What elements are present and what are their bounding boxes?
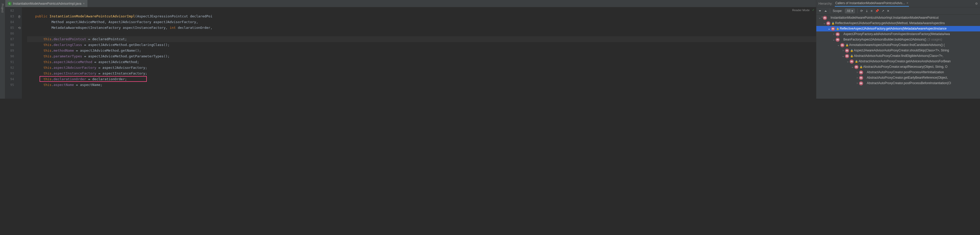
tree-row[interactable]: ›m🔒AspectJAwareAdvisorAutoProxyCreator.s… bbox=[816, 48, 980, 53]
lock-icon: 🔒 bbox=[845, 42, 848, 48]
chevron-down-icon[interactable]: ⌄ bbox=[851, 64, 854, 69]
gear-icon[interactable]: ⚙ bbox=[975, 2, 978, 5]
tree-row[interactable]: ⌄m🔒ReflectiveAspectJAdvisorFactory.getAd… bbox=[816, 26, 980, 32]
editor-body: 8283848586878889909192939495 @⟲ public I… bbox=[5, 7, 816, 99]
subtypes-icon[interactable]: ⏶ bbox=[824, 9, 827, 13]
line-number[interactable]: 93 bbox=[5, 71, 14, 76]
chevron-down-icon[interactable]: ⌄ bbox=[822, 21, 826, 26]
hierarchy-tree[interactable]: ⌄* mInstantiationModelAwarePointcutAdvis… bbox=[816, 14, 980, 99]
rail-project-label[interactable]: Project bbox=[1, 4, 4, 13]
left-tool-rail[interactable]: Project bbox=[0, 0, 5, 99]
code-line[interactable]: this.aspectInstanceFactory = aspectInsta… bbox=[27, 71, 816, 76]
code-line[interactable]: this.declarationOrder = declarationOrder… bbox=[27, 76, 816, 82]
chevron-down-icon[interactable]: ⌄ bbox=[832, 37, 835, 42]
tree-row[interactable]: ›mAbstractAutoProxyCreator.postProcessBe… bbox=[816, 80, 980, 86]
tree-row[interactable]: ⌄mBeanFactoryAspectJAdvisorsBuilder.buil… bbox=[816, 37, 980, 42]
lock-icon: 🔒 bbox=[836, 26, 839, 32]
tree-row[interactable]: ›mAbstractAutoProxyCreator.getEarlyBeanR… bbox=[816, 75, 980, 80]
code-line[interactable]: this.aspectJAdvisorFactory = aspectJAdvi… bbox=[27, 65, 816, 71]
file-tab[interactable]: C InstantiationModelAwarePointcutAdvisor… bbox=[5, 0, 88, 7]
gutter-blank bbox=[17, 48, 22, 54]
gutter-blank bbox=[17, 59, 22, 65]
line-number[interactable]: 89 bbox=[5, 48, 14, 54]
lock-icon: 🔒 bbox=[850, 48, 853, 53]
chevron-right-icon[interactable]: › bbox=[855, 69, 859, 75]
chevron-right-icon[interactable]: › bbox=[855, 75, 859, 80]
tree-item-label: ReflectiveAspectJAdvisorFactory.getAdvis… bbox=[835, 21, 945, 26]
line-number[interactable]: 92 bbox=[5, 65, 14, 71]
line-number[interactable]: 95 bbox=[5, 82, 14, 88]
chevron-right-icon[interactable]: › bbox=[855, 80, 859, 86]
editor-pane: C InstantiationModelAwarePointcutAdvisor… bbox=[5, 0, 816, 99]
close-icon[interactable]: × bbox=[907, 1, 908, 5]
expand-all-icon[interactable]: ≡ bbox=[871, 9, 873, 13]
line-number-gutter[interactable]: 8283848586878889909192939495 bbox=[5, 7, 17, 99]
line-number[interactable]: 88 bbox=[5, 42, 14, 48]
code-line[interactable]: this.declaringClass = aspectJAdviceMetho… bbox=[27, 42, 816, 48]
gutter-blank bbox=[17, 71, 22, 76]
code-line[interactable] bbox=[27, 31, 816, 36]
code-line[interactable]: this.declaredPointcut = declaredPointcut… bbox=[27, 36, 816, 42]
chevron-down-icon[interactable]: ⌄ bbox=[837, 42, 840, 48]
line-number[interactable]: 87 bbox=[5, 36, 14, 42]
tree-row[interactable]: ⌄m🔒AbstractAutoProxyCreator.wrapIfNecess… bbox=[816, 64, 980, 69]
method-icon: m bbox=[859, 70, 863, 74]
chevron-down-icon[interactable]: ⌄ bbox=[818, 15, 821, 21]
scope-dropdown[interactable]: All ▾ bbox=[845, 9, 854, 13]
line-number[interactable]: 85 bbox=[5, 25, 14, 31]
hierarchy-tab[interactable]: Callers of InstantiationModelAwarePointc… bbox=[835, 0, 909, 7]
code-area[interactable]: public InstantiationModelAwarePointcutAd… bbox=[22, 7, 816, 99]
gutter-blank bbox=[17, 42, 22, 48]
chevron-right-icon[interactable]: › bbox=[841, 48, 845, 53]
method-icon: m bbox=[835, 32, 840, 36]
export-icon[interactable]: ↗ bbox=[881, 9, 884, 13]
close-icon[interactable]: × bbox=[83, 2, 85, 5]
gutter-blank bbox=[17, 82, 22, 88]
tree-row[interactable]: ⌄m🔒AnnotationAwareAspectJAutoProxyCreato… bbox=[816, 42, 980, 48]
code-line[interactable]: this.aspectName = aspectName; bbox=[27, 82, 816, 88]
tree-item-label: BeanFactoryAspectJAdvisorsBuilder.buildA… bbox=[843, 37, 926, 42]
tree-row[interactable]: ⌄m🔒AbstractAdvisorAutoProxyCreator.findE… bbox=[816, 53, 980, 59]
refresh-icon[interactable]: ⟳ bbox=[860, 9, 863, 13]
hierarchy-title: Hierarchy: bbox=[818, 2, 833, 5]
code-line[interactable]: this.methodName = aspectJAdviceMethod.ge… bbox=[27, 48, 816, 54]
line-number[interactable]: 94 bbox=[5, 76, 14, 82]
recursive-icon[interactable]: ⟲ bbox=[17, 25, 22, 31]
line-number[interactable]: 86 bbox=[5, 31, 14, 36]
code-line[interactable]: MetadataAwareAspectInstanceFactory aspec… bbox=[27, 25, 816, 31]
method-icon: m bbox=[850, 60, 854, 64]
tree-item-label: AbstractAutoProxyCreator.postProcessAfte… bbox=[867, 69, 944, 75]
class-hierarchy-icon[interactable]: ⏷ bbox=[818, 9, 821, 13]
chevron-down-icon[interactable]: ⌄ bbox=[827, 26, 831, 32]
line-number[interactable]: 82 bbox=[5, 8, 14, 14]
tree-row[interactable]: ⌄* mInstantiationModelAwarePointcutAdvis… bbox=[816, 15, 980, 21]
line-number[interactable]: 84 bbox=[5, 19, 14, 25]
method-icon: m bbox=[845, 49, 849, 53]
line-number[interactable]: 83 bbox=[5, 14, 14, 19]
chevron-down-icon[interactable]: ⌄ bbox=[841, 53, 845, 59]
override-icon[interactable]: @ bbox=[17, 14, 22, 19]
code-line[interactable]: this.parameterTypes = aspectJAdviceMetho… bbox=[27, 54, 816, 59]
tree-item-label: AspectJAwareAdvisorAutoProxyCreator.shou… bbox=[854, 48, 949, 53]
scope-label: Scope: bbox=[833, 9, 842, 13]
method-icon: m bbox=[859, 76, 863, 80]
code-line[interactable]: this.aspectJAdviceMethod = aspectJAdvice… bbox=[27, 59, 816, 65]
gutter-icons[interactable]: @⟲ bbox=[17, 7, 22, 99]
pin-icon[interactable]: 📌 bbox=[875, 9, 879, 13]
tree-item-label: AbstractAdvisorAutoProxyCreator.findElig… bbox=[854, 53, 943, 59]
tree-row[interactable]: ›mAspectJProxyFactory.addAdvisorsFromAsp… bbox=[816, 32, 980, 37]
tree-row[interactable]: ⌄m🔒ReflectiveAspectJAdvisorFactory.getAd… bbox=[816, 21, 980, 26]
chevron-right-icon[interactable]: › bbox=[832, 32, 835, 37]
code-line[interactable] bbox=[27, 8, 816, 14]
hierarchy-header: Hierarchy: Callers of InstantiationModel… bbox=[816, 0, 980, 7]
line-number[interactable]: 90 bbox=[5, 54, 14, 59]
autoscroll-icon[interactable]: ⤓ bbox=[865, 9, 868, 13]
code-line[interactable]: Method aspectJAdviceMethod, AspectJAdvis… bbox=[27, 19, 816, 25]
java-class-icon: C bbox=[8, 2, 11, 5]
line-number[interactable]: 91 bbox=[5, 59, 14, 65]
code-line[interactable]: public InstantiationModelAwarePointcutAd… bbox=[27, 14, 816, 19]
chevron-down-icon[interactable]: ⌄ bbox=[846, 59, 850, 64]
tree-row[interactable]: ⌄m🔒AbstractAdvisorAutoProxyCreator.getAd… bbox=[816, 59, 980, 64]
tree-row[interactable]: ›mAbstractAutoProxyCreator.postProcessAf… bbox=[816, 69, 980, 75]
close-icon[interactable]: ✕ bbox=[887, 9, 889, 13]
